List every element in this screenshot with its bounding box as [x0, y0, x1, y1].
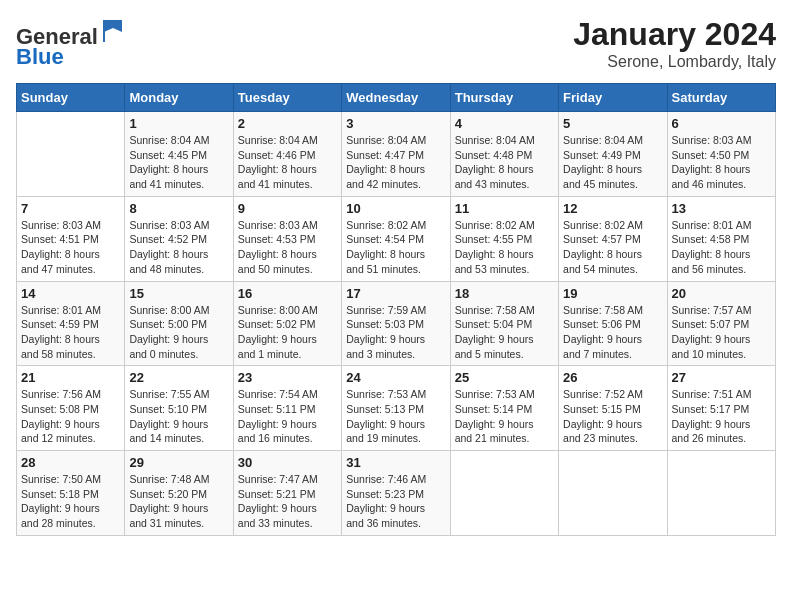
- calendar-day-9: 9Sunrise: 8:03 AM Sunset: 4:53 PM Daylig…: [233, 196, 341, 281]
- weekday-header-tuesday: Tuesday: [233, 84, 341, 112]
- day-info: Sunrise: 7:53 AM Sunset: 5:14 PM Dayligh…: [455, 387, 554, 446]
- calendar-table: SundayMondayTuesdayWednesdayThursdayFrid…: [16, 83, 776, 536]
- day-info: Sunrise: 7:48 AM Sunset: 5:20 PM Dayligh…: [129, 472, 228, 531]
- page-header: General Blue January 2024 Serone, Lombar…: [16, 16, 776, 71]
- day-info: Sunrise: 8:04 AM Sunset: 4:48 PM Dayligh…: [455, 133, 554, 192]
- calendar-week-row: 7Sunrise: 8:03 AM Sunset: 4:51 PM Daylig…: [17, 196, 776, 281]
- day-number: 25: [455, 370, 554, 385]
- day-number: 5: [563, 116, 662, 131]
- page-title: January 2024: [573, 16, 776, 53]
- day-number: 6: [672, 116, 771, 131]
- day-number: 23: [238, 370, 337, 385]
- day-info: Sunrise: 8:03 AM Sunset: 4:53 PM Dayligh…: [238, 218, 337, 277]
- day-info: Sunrise: 7:57 AM Sunset: 5:07 PM Dayligh…: [672, 303, 771, 362]
- calendar-empty-cell: [17, 112, 125, 197]
- weekday-header-row: SundayMondayTuesdayWednesdayThursdayFrid…: [17, 84, 776, 112]
- calendar-day-7: 7Sunrise: 8:03 AM Sunset: 4:51 PM Daylig…: [17, 196, 125, 281]
- calendar-day-24: 24Sunrise: 7:53 AM Sunset: 5:13 PM Dayli…: [342, 366, 450, 451]
- calendar-day-25: 25Sunrise: 7:53 AM Sunset: 5:14 PM Dayli…: [450, 366, 558, 451]
- day-number: 9: [238, 201, 337, 216]
- calendar-day-26: 26Sunrise: 7:52 AM Sunset: 5:15 PM Dayli…: [559, 366, 667, 451]
- day-info: Sunrise: 8:02 AM Sunset: 4:55 PM Dayligh…: [455, 218, 554, 277]
- calendar-day-10: 10Sunrise: 8:02 AM Sunset: 4:54 PM Dayli…: [342, 196, 450, 281]
- calendar-day-15: 15Sunrise: 8:00 AM Sunset: 5:00 PM Dayli…: [125, 281, 233, 366]
- calendar-week-row: 21Sunrise: 7:56 AM Sunset: 5:08 PM Dayli…: [17, 366, 776, 451]
- calendar-day-2: 2Sunrise: 8:04 AM Sunset: 4:46 PM Daylig…: [233, 112, 341, 197]
- calendar-day-29: 29Sunrise: 7:48 AM Sunset: 5:20 PM Dayli…: [125, 451, 233, 536]
- calendar-day-1: 1Sunrise: 8:04 AM Sunset: 4:45 PM Daylig…: [125, 112, 233, 197]
- calendar-empty-cell: [559, 451, 667, 536]
- day-info: Sunrise: 8:00 AM Sunset: 5:00 PM Dayligh…: [129, 303, 228, 362]
- day-info: Sunrise: 8:04 AM Sunset: 4:49 PM Dayligh…: [563, 133, 662, 192]
- day-number: 31: [346, 455, 445, 470]
- day-number: 16: [238, 286, 337, 301]
- calendar-day-17: 17Sunrise: 7:59 AM Sunset: 5:03 PM Dayli…: [342, 281, 450, 366]
- day-number: 12: [563, 201, 662, 216]
- day-number: 29: [129, 455, 228, 470]
- day-number: 28: [21, 455, 120, 470]
- day-info: Sunrise: 8:03 AM Sunset: 4:51 PM Dayligh…: [21, 218, 120, 277]
- day-info: Sunrise: 8:00 AM Sunset: 5:02 PM Dayligh…: [238, 303, 337, 362]
- day-number: 11: [455, 201, 554, 216]
- calendar-empty-cell: [667, 451, 775, 536]
- day-number: 13: [672, 201, 771, 216]
- weekday-header-thursday: Thursday: [450, 84, 558, 112]
- page-subtitle: Serone, Lombardy, Italy: [573, 53, 776, 71]
- day-info: Sunrise: 7:53 AM Sunset: 5:13 PM Dayligh…: [346, 387, 445, 446]
- svg-rect-1: [103, 20, 105, 42]
- day-info: Sunrise: 7:54 AM Sunset: 5:11 PM Dayligh…: [238, 387, 337, 446]
- day-info: Sunrise: 8:02 AM Sunset: 4:54 PM Dayligh…: [346, 218, 445, 277]
- calendar-day-14: 14Sunrise: 8:01 AM Sunset: 4:59 PM Dayli…: [17, 281, 125, 366]
- day-info: Sunrise: 7:59 AM Sunset: 5:03 PM Dayligh…: [346, 303, 445, 362]
- calendar-day-11: 11Sunrise: 8:02 AM Sunset: 4:55 PM Dayli…: [450, 196, 558, 281]
- calendar-day-28: 28Sunrise: 7:50 AM Sunset: 5:18 PM Dayli…: [17, 451, 125, 536]
- day-info: Sunrise: 8:04 AM Sunset: 4:47 PM Dayligh…: [346, 133, 445, 192]
- weekday-header-monday: Monday: [125, 84, 233, 112]
- calendar-day-23: 23Sunrise: 7:54 AM Sunset: 5:11 PM Dayli…: [233, 366, 341, 451]
- calendar-day-21: 21Sunrise: 7:56 AM Sunset: 5:08 PM Dayli…: [17, 366, 125, 451]
- calendar-day-19: 19Sunrise: 7:58 AM Sunset: 5:06 PM Dayli…: [559, 281, 667, 366]
- day-number: 30: [238, 455, 337, 470]
- calendar-day-16: 16Sunrise: 8:00 AM Sunset: 5:02 PM Dayli…: [233, 281, 341, 366]
- calendar-day-8: 8Sunrise: 8:03 AM Sunset: 4:52 PM Daylig…: [125, 196, 233, 281]
- calendar-week-row: 14Sunrise: 8:01 AM Sunset: 4:59 PM Dayli…: [17, 281, 776, 366]
- weekday-header-friday: Friday: [559, 84, 667, 112]
- day-info: Sunrise: 7:58 AM Sunset: 5:06 PM Dayligh…: [563, 303, 662, 362]
- calendar-day-18: 18Sunrise: 7:58 AM Sunset: 5:04 PM Dayli…: [450, 281, 558, 366]
- day-info: Sunrise: 7:52 AM Sunset: 5:15 PM Dayligh…: [563, 387, 662, 446]
- day-number: 21: [21, 370, 120, 385]
- day-info: Sunrise: 7:46 AM Sunset: 5:23 PM Dayligh…: [346, 472, 445, 531]
- day-info: Sunrise: 7:56 AM Sunset: 5:08 PM Dayligh…: [21, 387, 120, 446]
- day-info: Sunrise: 8:02 AM Sunset: 4:57 PM Dayligh…: [563, 218, 662, 277]
- day-info: Sunrise: 8:03 AM Sunset: 4:50 PM Dayligh…: [672, 133, 771, 192]
- weekday-header-wednesday: Wednesday: [342, 84, 450, 112]
- day-number: 19: [563, 286, 662, 301]
- day-number: 8: [129, 201, 228, 216]
- calendar-day-6: 6Sunrise: 8:03 AM Sunset: 4:50 PM Daylig…: [667, 112, 775, 197]
- title-block: January 2024 Serone, Lombardy, Italy: [573, 16, 776, 71]
- calendar-week-row: 28Sunrise: 7:50 AM Sunset: 5:18 PM Dayli…: [17, 451, 776, 536]
- day-info: Sunrise: 8:04 AM Sunset: 4:45 PM Dayligh…: [129, 133, 228, 192]
- day-number: 26: [563, 370, 662, 385]
- day-info: Sunrise: 8:04 AM Sunset: 4:46 PM Dayligh…: [238, 133, 337, 192]
- weekday-header-sunday: Sunday: [17, 84, 125, 112]
- calendar-day-4: 4Sunrise: 8:04 AM Sunset: 4:48 PM Daylig…: [450, 112, 558, 197]
- day-info: Sunrise: 7:58 AM Sunset: 5:04 PM Dayligh…: [455, 303, 554, 362]
- day-number: 20: [672, 286, 771, 301]
- logo-flag-icon: [100, 16, 128, 44]
- day-number: 24: [346, 370, 445, 385]
- day-number: 7: [21, 201, 120, 216]
- day-number: 10: [346, 201, 445, 216]
- calendar-day-12: 12Sunrise: 8:02 AM Sunset: 4:57 PM Dayli…: [559, 196, 667, 281]
- logo: General Blue: [16, 16, 128, 69]
- calendar-day-22: 22Sunrise: 7:55 AM Sunset: 5:10 PM Dayli…: [125, 366, 233, 451]
- day-number: 15: [129, 286, 228, 301]
- calendar-day-13: 13Sunrise: 8:01 AM Sunset: 4:58 PM Dayli…: [667, 196, 775, 281]
- calendar-day-3: 3Sunrise: 8:04 AM Sunset: 4:47 PM Daylig…: [342, 112, 450, 197]
- day-number: 1: [129, 116, 228, 131]
- day-info: Sunrise: 8:01 AM Sunset: 4:59 PM Dayligh…: [21, 303, 120, 362]
- day-number: 27: [672, 370, 771, 385]
- day-info: Sunrise: 8:01 AM Sunset: 4:58 PM Dayligh…: [672, 218, 771, 277]
- day-number: 3: [346, 116, 445, 131]
- weekday-header-saturday: Saturday: [667, 84, 775, 112]
